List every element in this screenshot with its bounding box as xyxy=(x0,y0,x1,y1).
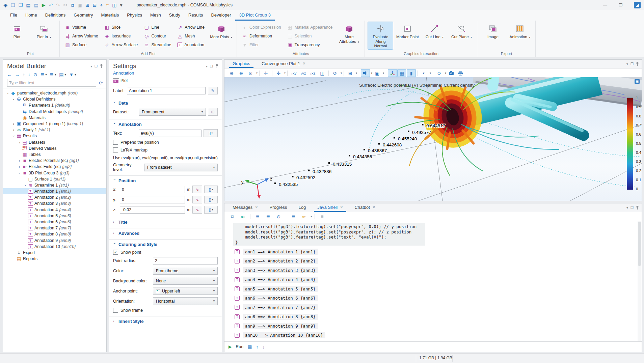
menu-physics[interactable]: Physics xyxy=(123,10,146,21)
insert-expression-icon[interactable]: ▯▾ xyxy=(204,129,218,137)
tree-item-component-1-comp-1-[interactable]: ›▣Component 1 (comp 1){comp 1} xyxy=(3,121,106,127)
move-line-down-icon[interactable]: ≣ xyxy=(264,213,273,220)
tree-item-export[interactable]: ↧Export xyxy=(3,250,106,256)
ribbon-button-cut-plane[interactable]: Cut Plane ▾ xyxy=(449,22,474,41)
expander-icon[interactable]: › xyxy=(12,134,16,138)
tree-item-annotation-8[interactable]: TAnnotation 8{ann8} xyxy=(3,231,106,237)
tree-item-3d-plot-group-3[interactable]: ›■3D Plot Group 3{pg3} xyxy=(3,170,106,176)
tree-item-default-model-inputs[interactable]: ⇆Default Model Inputs{cminpt} xyxy=(3,109,106,115)
z-input[interactable]: -0.02 xyxy=(120,206,185,214)
panel-menu-icon[interactable]: ▾ xyxy=(206,64,208,68)
chevron-down-icon[interactable]: ▾ xyxy=(371,72,372,75)
ribbon-button-surface[interactable]: ▧Surface xyxy=(62,40,101,49)
ribbon-button-deformation[interactable]: ≂Deformation xyxy=(240,32,284,40)
customize-icon[interactable]: ▾ xyxy=(120,3,123,7)
ribbon-button-mesh[interactable]: △Mesh xyxy=(175,32,207,40)
ribbon-button-more-attributes[interactable]: More Attributes ▾ xyxy=(336,22,362,45)
float-panel-icon[interactable]: ❐ xyxy=(95,64,98,68)
point-radius-input[interactable]: 2 xyxy=(153,257,218,264)
menu-results[interactable]: Results xyxy=(184,10,207,21)
expander-icon[interactable]: › xyxy=(11,122,16,126)
tree-item-annotation-9[interactable]: TAnnotation 9{ann9} xyxy=(3,238,106,244)
panel-menu-icon[interactable]: ▾ xyxy=(626,62,628,66)
tree-item-parameters-1[interactable]: PiParameters 1{default} xyxy=(3,102,106,108)
tree-item-annotation-2[interactable]: TAnnotation 2{ann2} xyxy=(3,194,106,200)
new-file-icon[interactable]: ❏ xyxy=(11,3,15,7)
undo-icon[interactable]: ↶ xyxy=(49,3,53,7)
expander-icon[interactable]: › xyxy=(18,171,22,175)
tree-item-pacemaker-electrode-mph[interactable]: ›◆pacemaker_electrode.mph(root) xyxy=(3,90,106,96)
console-tab-progress[interactable]: Progress xyxy=(266,203,290,212)
show-legend-icon[interactable]: ▮ xyxy=(407,69,416,77)
view-xz-icon[interactable]: ↕xz xyxy=(308,69,317,77)
forward-icon[interactable]: → xyxy=(15,72,20,77)
range-icon[interactable]: ∿ xyxy=(192,186,202,193)
run-icon[interactable]: ▶ xyxy=(229,344,232,349)
paste-special-icon[interactable]: ⊞ xyxy=(85,3,89,7)
view-yz-icon[interactable]: ↕yz xyxy=(299,69,308,77)
chevron-down-icon[interactable]: ▾ xyxy=(256,72,258,75)
zoom-box-icon[interactable]: ⊡ xyxy=(246,69,255,77)
tree-item-annotation-5[interactable]: TAnnotation 5{ann5} xyxy=(3,213,106,219)
maximize-button[interactable]: ❐ xyxy=(613,0,628,10)
annotation-text-input[interactable]: eval(V) xyxy=(139,130,202,137)
range-icon[interactable]: ∿ xyxy=(192,196,202,203)
expand-icon[interactable]: ≣ xyxy=(41,72,45,77)
ribbon-button-plot[interactable]: Plot xyxy=(4,22,30,40)
geometry-level-select[interactable]: From dataset▼ xyxy=(144,164,218,171)
tree-item-datasets[interactable]: ›▤Datasets xyxy=(3,139,106,145)
color-select[interactable]: From theme▼ xyxy=(153,267,218,275)
expander-icon[interactable]: › xyxy=(17,140,22,144)
deselect-icon[interactable]: ⌗ xyxy=(106,3,109,7)
close-icon[interactable]: ✕ xyxy=(372,205,375,210)
search-doc-icon[interactable]: ◫ xyxy=(112,3,116,7)
replace-expression-icon[interactable]: ▯▾ xyxy=(204,206,218,214)
rename-icon[interactable]: ✎ xyxy=(208,87,218,94)
java-shell-content[interactable]: model.result("pg3").feature(tag).set("po… xyxy=(224,221,642,342)
print-icon[interactable] xyxy=(456,69,465,77)
projection-icon[interactable]: ⊞ xyxy=(346,69,355,77)
color-theme-icon[interactable]: ◐ xyxy=(420,69,429,77)
transparency-toggle-icon[interactable]: ▣ xyxy=(373,69,382,77)
tree-item-annotation-7[interactable]: TAnnotation 7{ann7} xyxy=(3,225,106,231)
clear-icon[interactable]: ✏ xyxy=(299,213,308,220)
ribbon-button-animation[interactable]: Animation ▾ xyxy=(507,22,533,41)
replace-expression-icon[interactable]: ▯▾ xyxy=(204,196,218,203)
plot-tools-icon[interactable]: ▣ xyxy=(635,79,640,84)
expander-icon[interactable]: › xyxy=(12,97,16,102)
quick-help-icon[interactable]: ◢ xyxy=(634,2,641,8)
console-tab-chatbot[interactable]: Chatbot✕ xyxy=(351,203,379,212)
latex-markup-checkbox[interactable] xyxy=(113,147,118,152)
console-tab-messages[interactable]: Messages✕ xyxy=(229,203,261,212)
panel-menu-icon[interactable]: ▾ xyxy=(626,206,628,210)
ribbon-button-image[interactable]: Image xyxy=(480,22,506,40)
show-frame-checkbox[interactable] xyxy=(113,308,118,313)
chevron-down-icon[interactable]: ▾ xyxy=(341,72,342,75)
tree-item-annotation-10[interactable]: TAnnotation 10{ann10} xyxy=(3,244,106,250)
graphics-tab-convergence-plot-1[interactable]: Convergence Plot 1✕ xyxy=(258,60,309,68)
close-icon[interactable]: ✕ xyxy=(340,205,343,210)
ribbon-button-annotation[interactable]: TAnnotation xyxy=(175,40,207,49)
tree-item-tables[interactable]: ▦Tables xyxy=(3,151,106,158)
chevron-down-icon[interactable]: ▾ xyxy=(311,215,312,218)
move-up-icon[interactable]: ↑ xyxy=(23,72,25,77)
y-input[interactable]: 0 xyxy=(120,196,185,203)
scene-light-icon[interactable]: ◫ xyxy=(318,69,327,77)
expander-icon[interactable]: › xyxy=(17,165,22,169)
tree-item-global-definitions[interactable]: ›⊕Global Definitions xyxy=(3,96,106,102)
view-xy-icon[interactable]: ↕xy xyxy=(289,69,298,77)
pin-icon[interactable] xyxy=(100,64,103,68)
comsol-logo[interactable]: ◉ xyxy=(3,3,7,7)
chevron-down-icon[interactable]: ▾ xyxy=(284,72,286,75)
filter-icon[interactable]: ▼ xyxy=(69,72,74,77)
collapse-icon[interactable]: ≣ xyxy=(50,72,54,77)
snapshot-icon[interactable] xyxy=(447,69,456,77)
ribbon-button-transparency[interactable]: ▣Transparency xyxy=(285,40,335,49)
console-tab-log[interactable]: Log xyxy=(295,203,310,212)
menu-materials[interactable]: Materials xyxy=(97,10,123,21)
scrollbar[interactable] xyxy=(638,221,641,341)
go-to-view-icon[interactable]: ✣ xyxy=(274,69,283,77)
tree-item-surface-1[interactable]: ▢Surface 1{surf1} xyxy=(3,176,106,182)
tree-item-annotation-4[interactable]: TAnnotation 4{ann4} xyxy=(3,207,106,213)
run-button[interactable]: Run xyxy=(236,344,243,349)
